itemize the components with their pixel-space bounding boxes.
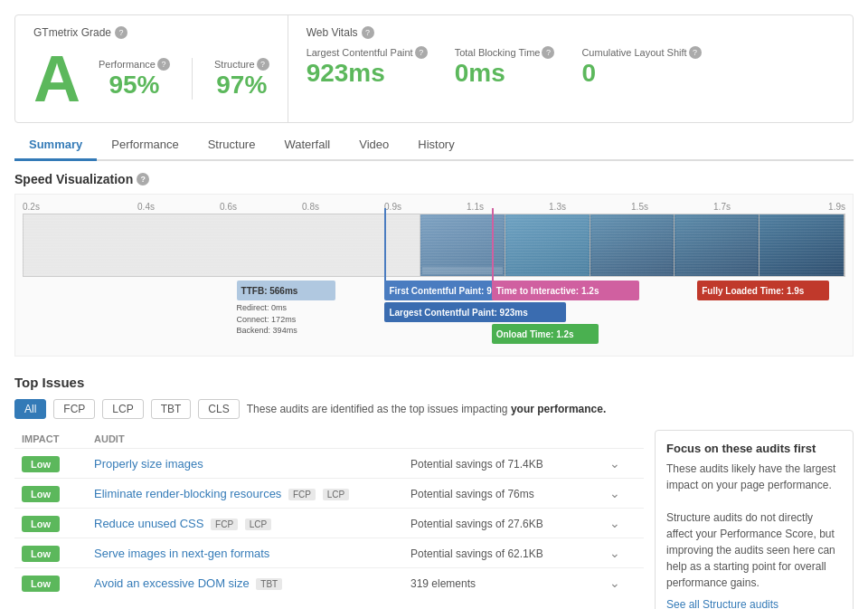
expand-2[interactable]: ⌄ [609, 486, 637, 500]
cls-help-icon[interactable]: ? [689, 46, 702, 59]
impact-badge-2: Low [22, 487, 94, 500]
filter-fcp[interactable]: FCP [53, 399, 95, 419]
audit-link-5[interactable]: Avoid an excessive DOM size [94, 576, 250, 590]
speed-viz-title-text: Speed Visualization [14, 172, 133, 186]
grade-metrics: Performance ? 95% Structure ? 97% [99, 58, 269, 100]
issue-row-1: Low Properly size images Potential savin… [14, 448, 644, 478]
savings-3: Potential savings of 27.6KB [410, 517, 609, 530]
gtmetrix-title-text: GTmetrix Grade [33, 26, 111, 39]
see-all-structure-link[interactable]: See all Structure audits [666, 598, 842, 609]
tab-structure[interactable]: Structure [193, 130, 270, 161]
structure-value: 97% [214, 71, 269, 100]
filter-tbt[interactable]: TBT [151, 399, 192, 419]
savings-2: Potential savings of 76ms [410, 487, 609, 500]
audit-link-1[interactable]: Properly size images [94, 457, 203, 471]
tbt-help-icon[interactable]: ? [542, 46, 554, 59]
ttfb-bar: TTFB: 566ms [237, 281, 335, 300]
speed-viz-title: Speed Visualization ? [14, 172, 854, 186]
filter-all[interactable]: All [14, 399, 46, 419]
gtmetrix-grade-title: GTmetrix Grade ? [33, 26, 269, 39]
performance-label: Performance ? [99, 58, 170, 71]
expand-1[interactable]: ⌄ [609, 456, 637, 471]
grade-content: A Performance ? 95% Structure ? [33, 46, 269, 111]
savings-1: Potential savings of 71.4KB [410, 457, 609, 471]
audit-cell-2: Eliminate render-blocking resources FCP … [94, 487, 410, 500]
col-impact-header: IMPACT [22, 433, 94, 444]
issue-row-5: Low Avoid an excessive DOM size TBT 319 … [14, 567, 644, 597]
gtmetrix-grade-panel: GTmetrix Grade ? A Performance ? 95% [15, 15, 288, 122]
impact-badge-4: Low [22, 547, 94, 560]
performance-value: 95% [99, 71, 170, 100]
tti-line [492, 208, 494, 290]
issues-table-header: IMPACT AUDIT [14, 430, 644, 448]
web-vitals-content: Largest Contentful Paint ? 923ms Total B… [307, 46, 835, 88]
tab-performance[interactable]: Performance [97, 130, 193, 161]
tabs-bar: Summary Performance Structure Waterfall … [14, 130, 854, 161]
structure-label: Structure ? [214, 58, 269, 71]
tag-fcp-2: FCP [288, 489, 316, 500]
tab-video[interactable]: Video [344, 130, 403, 161]
savings-5: 319 elements [410, 576, 609, 590]
tab-summary[interactable]: Summary [14, 130, 97, 161]
tag-tbt-5: TBT [256, 578, 282, 590]
frames-row [23, 214, 845, 277]
issues-list: IMPACT AUDIT Low Properly size images Po… [14, 430, 644, 609]
expand-3[interactable]: ⌄ [609, 516, 637, 530]
performance-help-icon[interactable]: ? [157, 58, 170, 71]
issue-row-4: Low Serve images in next-gen formats Pot… [14, 538, 644, 567]
fully-loaded-bar: Fully Loaded Time: 1.9s [697, 281, 829, 300]
tab-waterfall[interactable]: Waterfall [269, 130, 344, 161]
focus-box-title: Focus on these audits first [666, 442, 842, 455]
filter-lcp[interactable]: LCP [102, 399, 143, 419]
expand-4[interactable]: ⌄ [609, 546, 637, 560]
onload-bar: Onload Time: 1.2s [492, 324, 599, 344]
speed-visualization: 0.2s 0.4s 0.6s 0.8s 0.9s 1.1s 1.3s 1.5s … [14, 194, 854, 357]
audit-cell-3: Reduce unused CSS FCP LCP [94, 517, 410, 530]
lcp-value: 923ms [307, 59, 428, 88]
web-vitals-title: Web Vitals ? [307, 26, 835, 39]
tab-history[interactable]: History [403, 130, 468, 161]
impact-badge-1: Low [22, 457, 94, 471]
structure-help-icon[interactable]: ? [257, 58, 269, 71]
audit-cell-4: Serve images in next-gen formats [94, 547, 410, 560]
main-content: Speed Visualization ? 0.2s 0.4s 0.6s 0.8… [7, 161, 861, 609]
tag-fcp-3: FCP [211, 519, 238, 530]
audit-link-3[interactable]: Reduce unused CSS [94, 517, 203, 530]
lcp-label: Largest Contentful Paint ? [307, 46, 428, 59]
speed-viz-help-icon[interactable]: ? [137, 173, 149, 186]
cls-label: Cumulative Layout Shift ? [581, 46, 701, 59]
tbt-value: 0ms [455, 59, 555, 88]
filter-description: These audits are identified as the top i… [247, 403, 607, 415]
top-issues-section: Top Issues All FCP LCP TBT CLS These aud… [14, 375, 854, 609]
impact-badge-5: Low [22, 576, 94, 590]
issue-row-2: Low Eliminate render-blocking resources … [14, 478, 644, 508]
expand-5[interactable]: ⌄ [609, 576, 637, 590]
audit-link-4[interactable]: Serve images in next-gen formats [94, 547, 269, 560]
cls-vital: Cumulative Layout Shift ? 0 [581, 46, 701, 88]
tbt-label: Total Blocking Time ? [455, 46, 555, 59]
tag-lcp-3: LCP [245, 519, 271, 530]
audit-cell-5: Avoid an excessive DOM size TBT [94, 576, 410, 590]
ttfb-details: Redirect: 0msConnect: 172msBackend: 394m… [237, 302, 297, 337]
issues-title: Top Issues [14, 375, 854, 390]
gtmetrix-help-icon[interactable]: ? [115, 26, 127, 39]
structure-metric: Structure ? 97% [214, 58, 269, 100]
lcp-bar: Largest Contentful Paint: 923ms [384, 302, 565, 322]
focus-box: Focus on these audits first These audits… [655, 430, 854, 609]
grade-letter: A [33, 46, 80, 111]
performance-metric: Performance ? 95% [99, 58, 170, 100]
focus-box-text: These audits likely have the largest imp… [666, 461, 842, 591]
audit-link-2[interactable]: Eliminate render-blocking resources [94, 487, 281, 500]
lcp-help-icon[interactable]: ? [415, 46, 428, 59]
tti-bar: Time to Interactive: 1.2s [492, 281, 640, 300]
filter-cls[interactable]: CLS [198, 399, 239, 419]
issue-row-3: Low Reduce unused CSS FCP LCP Potential … [14, 508, 644, 538]
issues-body: IMPACT AUDIT Low Properly size images Po… [14, 430, 854, 609]
impact-badge-3: Low [22, 517, 94, 530]
cls-value: 0 [581, 59, 701, 88]
web-vitals-panel: Web Vitals ? Largest Contentful Paint ? … [288, 15, 853, 122]
fcp-line [384, 208, 386, 290]
timeline-markers: TTFB: 566ms Redirect: 0msConnect: 172msB… [23, 281, 845, 348]
web-vitals-help-icon[interactable]: ? [362, 26, 374, 39]
lcp-vital: Largest Contentful Paint ? 923ms [307, 46, 428, 88]
